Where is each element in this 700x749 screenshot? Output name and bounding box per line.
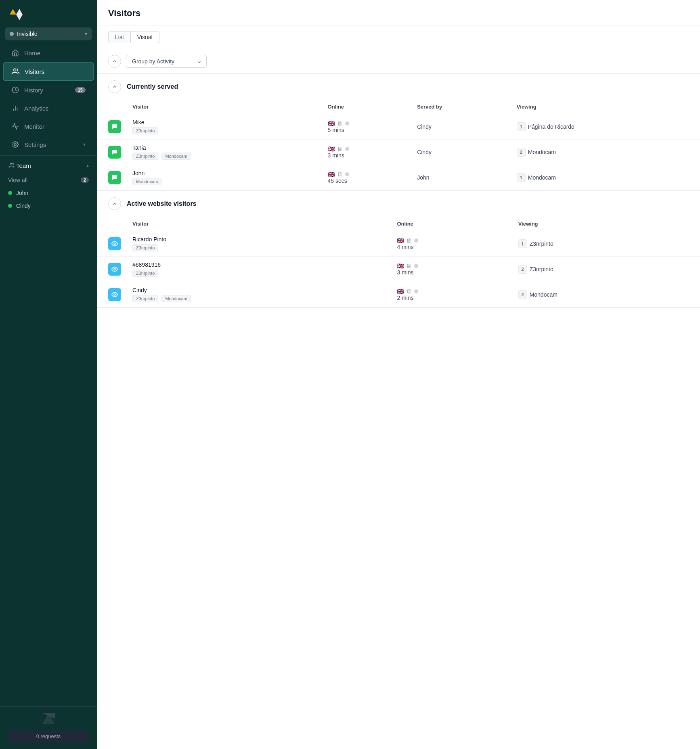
visitor-name: John xyxy=(132,170,316,176)
section-header-currently-served: Currently served xyxy=(97,74,700,100)
served-by-cell: John xyxy=(411,165,511,190)
eye-icon xyxy=(111,266,118,272)
desktop-icon: 🖥 xyxy=(406,263,412,269)
status-dot-icon xyxy=(345,147,349,151)
group-by-select[interactable]: Group by Activity xyxy=(126,55,207,68)
flag-icon: 🇬🇧 xyxy=(397,237,404,244)
status-dot-icon xyxy=(414,289,418,293)
viewing-cell: 2 Mondocam xyxy=(513,282,700,308)
sidebar-analytics-label: Analytics xyxy=(24,105,48,112)
sidebar-visitors-label: Visitors xyxy=(25,68,44,75)
team-header[interactable]: Team ▴ xyxy=(3,157,94,174)
visitor-tag: Z3nrpinto xyxy=(132,244,158,251)
col-viewing: Viewing xyxy=(513,217,700,231)
collapse-button[interactable] xyxy=(108,55,121,68)
flag-icon: 🇬🇧 xyxy=(328,120,335,127)
viewing-page: Página do Ricardo xyxy=(528,123,574,130)
online-time: 45 secs xyxy=(328,178,347,184)
chat-icon xyxy=(111,149,118,155)
team-label: Team xyxy=(16,162,86,169)
visitor-avatar-cell xyxy=(97,114,127,140)
team-icon xyxy=(8,161,16,169)
section-title-active: Active website visitors xyxy=(127,200,197,207)
viewing-cell: 2 Z3nrpinto xyxy=(513,257,700,282)
status-dot-icon xyxy=(414,239,418,243)
eye-icon xyxy=(111,291,118,298)
desktop-icon: 🖥 xyxy=(406,237,412,244)
view-count-badge: 2 xyxy=(517,148,526,157)
viewing-content: 1 Mondocam xyxy=(517,173,694,182)
logo-area xyxy=(0,0,97,27)
sidebar-history-label: History xyxy=(24,87,43,94)
visitor-avatar-cell xyxy=(97,231,127,257)
sidebar-item-analytics[interactable]: Analytics xyxy=(3,99,94,117)
visitor-online-cell: 🇬🇧 🖥 3 mins xyxy=(322,140,412,165)
requests-button[interactable]: 0 requests xyxy=(8,730,89,743)
viewing-content: 1 Z3nrpinto xyxy=(518,239,694,248)
table-row: Cindy Z3nrpinto Mondocam 🇬🇧 🖥 2 mins xyxy=(97,282,700,308)
viewing-page: Mondocam xyxy=(528,149,556,155)
viewing-cell: 2 Mondocam xyxy=(511,140,700,165)
desktop-icon: 🖥 xyxy=(406,288,412,295)
tab-list[interactable]: List xyxy=(108,31,131,43)
table-row: John Mondocam 🇬🇧 🖥 45 secs John xyxy=(97,165,700,190)
sidebar-item-history[interactable]: History 15 xyxy=(3,81,94,99)
visitor-icons: 🇬🇧 🖥 xyxy=(328,171,406,178)
served-by-cell: Cindy xyxy=(411,140,511,165)
visitor-tag: Z3nrpinto xyxy=(132,295,158,302)
section-collapse-button[interactable] xyxy=(108,80,121,93)
section-collapse-icon xyxy=(112,84,117,90)
chat-avatar xyxy=(108,171,121,184)
section-collapse-button-active[interactable] xyxy=(108,197,121,210)
status-selector[interactable]: Invisible ▾ xyxy=(5,27,92,40)
sidebar-item-visitors[interactable]: Visitors xyxy=(3,62,94,81)
status-dot-icon xyxy=(414,264,418,268)
section-header-active: Active website visitors xyxy=(97,191,700,217)
visitors-icon xyxy=(12,67,20,75)
toolbar: Group by Activity xyxy=(97,49,700,74)
agent-item-cindy[interactable]: Cindy xyxy=(3,199,94,212)
sidebar-monitor-label: Monitor xyxy=(24,123,44,130)
view-count-badge: 2 xyxy=(518,290,527,299)
sidebar-item-home[interactable]: Home xyxy=(3,44,94,62)
visitor-online-cell: 🇬🇧 🖥 4 mins xyxy=(391,231,512,257)
sidebar-home-label: Home xyxy=(24,50,40,56)
visitor-tag: Z3nrpinto xyxy=(132,270,158,277)
view-count-badge: 2 xyxy=(518,265,527,274)
sidebar-divider xyxy=(0,155,97,156)
visitor-name: Mike xyxy=(132,119,316,126)
chat-icon xyxy=(111,123,118,130)
svg-point-7 xyxy=(15,144,17,146)
visitor-name: Cindy xyxy=(132,287,386,293)
sidebar-item-settings[interactable]: Settings ▾ xyxy=(3,136,94,153)
visitor-name-cell: Cindy Z3nrpinto Mondocam xyxy=(127,282,391,308)
view-count-badge: 1 xyxy=(518,239,527,248)
viewing-page: Mondocam xyxy=(530,291,557,298)
sidebar: Invisible ▾ Home Visitors xyxy=(0,0,97,749)
viewing-content: 2 Mondocam xyxy=(518,290,694,299)
visitor-tag: Z3nrpinto xyxy=(132,153,158,160)
svg-marker-1 xyxy=(16,9,23,20)
visitor-tag: Z3nrpinto xyxy=(132,127,158,134)
sidebar-bottom: 0 requests xyxy=(0,706,97,749)
visitor-avatar-cell xyxy=(97,282,127,308)
visitor-tag: Mondocam xyxy=(161,295,191,302)
eye-icon xyxy=(111,241,118,247)
view-all-item[interactable]: View all 2 xyxy=(3,174,94,186)
viewing-page: Z3nrpinto xyxy=(530,241,553,247)
agent-item-john[interactable]: John xyxy=(3,186,94,199)
monitor-icon xyxy=(11,122,19,130)
col-served-by: Served by xyxy=(411,100,511,114)
flag-icon: 🇬🇧 xyxy=(328,146,335,152)
viewing-cell: 1 Página do Ricardo xyxy=(511,114,700,140)
sidebar-item-monitor[interactable]: Monitor xyxy=(3,117,94,135)
analytics-icon xyxy=(11,104,19,112)
chat-avatar xyxy=(108,120,121,133)
visitor-online-cell: 🇬🇧 🖥 3 mins xyxy=(391,257,512,282)
visitor-name-cell: Tania Z3nrpinto Mondocam xyxy=(127,140,322,165)
agent-online-dot xyxy=(8,191,12,195)
col-avatar xyxy=(97,100,127,114)
currently-served-table: Visitor Online Served by Viewing xyxy=(97,100,700,190)
desktop-icon: 🖥 xyxy=(337,120,343,127)
tab-visual[interactable]: Visual xyxy=(131,31,159,43)
